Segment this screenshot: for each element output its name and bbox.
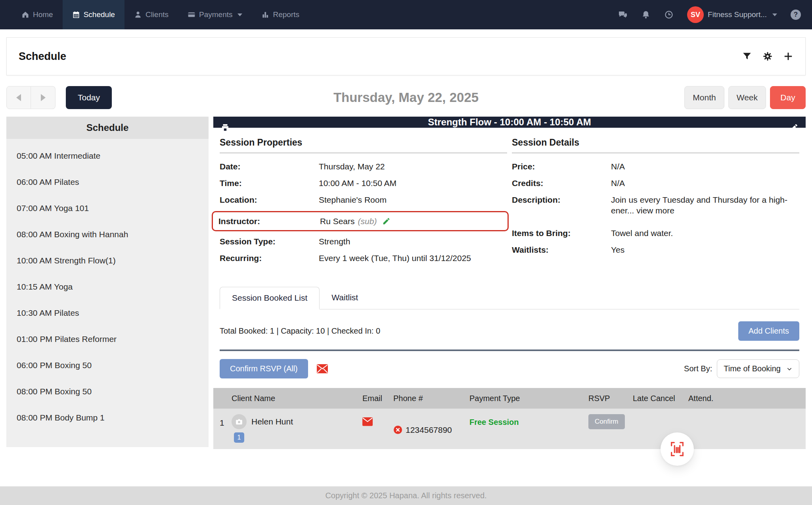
filter-icon[interactable]	[742, 51, 752, 61]
booking-summary: Total Booked: 1 | Capacity: 10 | Checked…	[220, 326, 380, 336]
next-day-button[interactable]	[31, 86, 56, 109]
sidebar-session-item[interactable]: 08:00 AM Boxing with Hannah	[6, 221, 209, 248]
nav-item-reports[interactable]: Reports	[252, 0, 309, 29]
reports-icon	[261, 11, 269, 19]
sidebar-session-item[interactable]: 10:00 AM Strength Flow(1)	[6, 248, 209, 274]
col-client-name: Client Name	[232, 394, 362, 403]
confirm-rsvp-button[interactable]: Confirm	[588, 414, 625, 429]
session-panel: Strength Flow - 10:00 AM - 10:50 AM Sess…	[213, 117, 806, 447]
scan-barcode-button[interactable]	[661, 432, 694, 466]
account-menu[interactable]: SV Fitness Support...	[687, 6, 777, 23]
page-footer: Copyright © 2025 Hapana. All rights rese…	[0, 486, 812, 505]
session-details: Session Details Price: N/A Credits: N/A …	[512, 137, 799, 269]
settings-icon[interactable]	[762, 51, 773, 61]
sidebar-session-item[interactable]: 08:00 PM Body Bump 1	[6, 405, 209, 431]
email-icon[interactable]	[362, 417, 373, 426]
nav-label: Home	[33, 10, 53, 19]
col-email: Email	[362, 394, 393, 403]
nav-item-schedule[interactable]: Schedule	[63, 0, 124, 29]
schedule-sidebar: Schedule 05:00 AM Intermediate 06:00 AM …	[6, 117, 209, 447]
nav-item-payments[interactable]: Payments	[178, 0, 252, 29]
detail-row-waitlists: Waitlists: Yes	[512, 244, 799, 255]
detail-row-items-to-bring: Items to Bring: Towel and water.	[512, 228, 799, 238]
chevron-down-icon	[237, 13, 242, 16]
rsvp-actions-row: Confirm RSVP (All) Sort By: Time of Book…	[220, 359, 799, 378]
barcode-icon	[668, 440, 686, 458]
sidebar-session-item[interactable]: 06:00 PM Boxing 50	[6, 352, 209, 378]
table-header-row: Client Name Email Phone # Payment Type R…	[213, 388, 806, 409]
sidebar-session-item[interactable]: 07:00 AM Yoga 101	[6, 195, 209, 221]
chevron-down-icon	[772, 13, 777, 16]
add-clients-button[interactable]: Add Clients	[738, 321, 799, 341]
property-row-session-type: Session Type: Strength	[220, 236, 507, 247]
booked-clients-table: Client Name Email Phone # Payment Type R…	[213, 388, 806, 449]
chevron-down-icon	[786, 366, 793, 372]
clients-icon	[134, 11, 142, 19]
help-icon[interactable]: ?	[791, 10, 801, 20]
view-week-button[interactable]: Week	[728, 86, 766, 109]
detail-row-description: Description: Join us every Tuesday and T…	[512, 194, 799, 216]
today-button[interactable]: Today	[66, 86, 112, 109]
nav-item-home[interactable]: Home	[12, 0, 63, 29]
view-day-button[interactable]: Day	[770, 86, 806, 109]
tab-session-booked-list[interactable]: Session Booked List	[220, 287, 320, 309]
nav-label: Schedule	[84, 10, 115, 19]
copyright-text: Copyright © 2025 Hapana. All rights rese…	[325, 491, 486, 500]
row-index: 1	[213, 414, 232, 443]
sidebar-session-item[interactable]: 05:00 AM Intermediate	[6, 143, 209, 169]
col-attend: Attend.	[688, 394, 748, 403]
chat-icon[interactable]	[618, 10, 628, 19]
invalid-phone-icon	[393, 425, 402, 434]
sidebar-session-item[interactable]: 01:00 PM Pilates Reformer	[6, 326, 209, 352]
nav-menu: Home Schedule Clients Payments Report	[12, 0, 309, 29]
session-title: Strength Flow - 10:00 AM - 10:50 AM	[428, 117, 591, 128]
tab-waitlist[interactable]: Waitlist	[320, 287, 370, 309]
session-panel-header: Strength Flow - 10:00 AM - 10:50 AM	[213, 117, 806, 128]
calendar-toolbar: Today Thursday, May 22, 2025 Month Week …	[6, 83, 806, 113]
detail-row-price: Price: N/A	[512, 161, 799, 172]
add-icon[interactable]	[783, 51, 793, 61]
sidebar-session-item[interactable]: 06:00 AM Pilates	[6, 169, 209, 195]
chevron-right-icon	[41, 94, 46, 101]
sub-note: (sub)	[358, 217, 377, 226]
sidebar-session-item[interactable]: 10:15 AM Yoga	[6, 274, 209, 300]
property-row-recurring: Recurring: Every 1 week (Tue, Thu) until…	[220, 253, 507, 263]
property-row-date: Date: Thursday, May 22	[220, 161, 507, 172]
view-month-button[interactable]: Month	[684, 86, 724, 109]
divider	[220, 349, 799, 351]
schedule-header-card: Schedule	[6, 37, 806, 75]
booking-tabs: Session Booked List Waitlist	[220, 287, 799, 309]
client-avatar	[232, 414, 247, 429]
account-label: Fitness Support...	[708, 10, 767, 19]
pencil-icon[interactable]	[382, 217, 391, 225]
client-name: Helen Hunt	[251, 417, 293, 426]
home-icon	[21, 11, 29, 19]
nav-right-cluster: SV Fitness Support... ?	[618, 0, 801, 29]
section-heading: Session Details	[512, 137, 799, 153]
phone-cell: 1234567890	[393, 414, 469, 443]
edit-session-icon[interactable]	[789, 123, 799, 132]
confirm-rsvp-all-button[interactable]: Confirm RSVP (All)	[220, 359, 308, 378]
prev-day-button[interactable]	[6, 86, 31, 109]
sort-by-select[interactable]: Time of Booking	[717, 359, 799, 378]
col-phone: Phone #	[393, 394, 469, 403]
attend-cell	[688, 414, 748, 443]
booking-summary-row: Total Booked: 1 | Capacity: 10 | Checked…	[220, 321, 799, 341]
nav-item-clients[interactable]: Clients	[124, 0, 178, 29]
sidebar-session-item[interactable]: 08:00 PM Boxing 50	[6, 378, 209, 405]
nav-label: Reports	[273, 10, 299, 19]
col-late-cancel: Late Cancel	[633, 394, 688, 403]
section-heading: Session Properties	[220, 137, 507, 153]
property-row-time: Time: 10:00 AM - 10:50 AM	[220, 178, 507, 188]
sidebar-session-item[interactable]: 10:30 AM Pilates	[6, 300, 209, 326]
clock-icon[interactable]	[664, 10, 674, 19]
col-payment-type: Payment Type	[469, 394, 588, 403]
sidebar-title: Schedule	[6, 117, 209, 139]
property-row-location: Location: Stephanie's Room	[220, 194, 507, 205]
send-email-icon[interactable]	[317, 364, 328, 374]
table-row: 1 Helen Hunt 1	[213, 409, 806, 449]
bell-icon[interactable]	[641, 10, 651, 19]
print-icon[interactable]	[220, 123, 230, 132]
property-row-instructor-highlighted: Instructor: Ru Sears(sub)	[212, 211, 509, 231]
view-more-link[interactable]: view more	[636, 206, 674, 215]
